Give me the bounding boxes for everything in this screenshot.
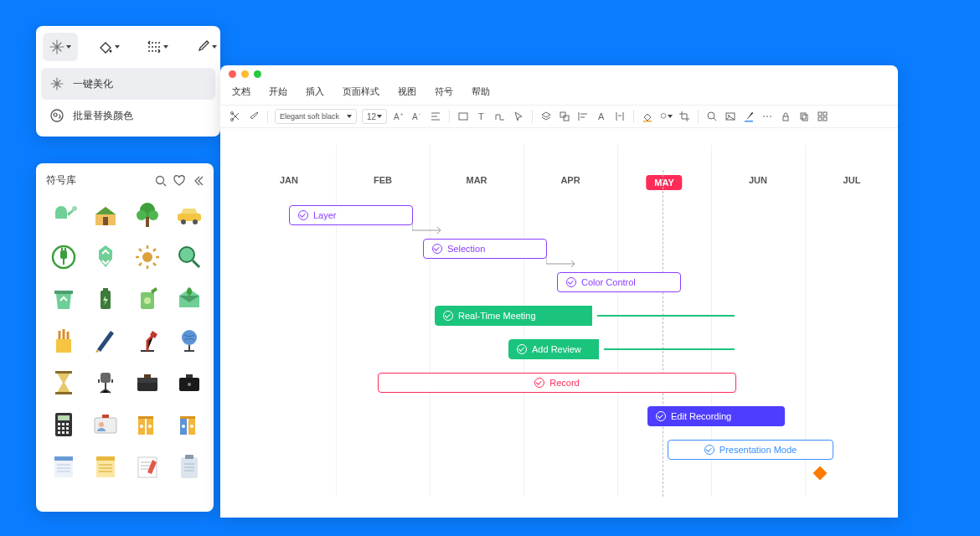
settings-icon[interactable] (816, 110, 829, 123)
sym-pencil-cup[interactable] (46, 323, 81, 358)
lock-icon[interactable] (779, 110, 792, 123)
spacing-tool[interactable] (140, 33, 175, 61)
svg-rect-80 (745, 121, 753, 122)
layer-icon[interactable] (539, 110, 553, 123)
sym-pen[interactable] (88, 323, 123, 358)
sym-office-chair[interactable] (88, 365, 123, 400)
font-decrease-icon[interactable]: A- (410, 110, 424, 123)
align-icon[interactable] (429, 110, 442, 123)
svg-point-0 (110, 50, 112, 53)
svg-text:A: A (412, 112, 418, 121)
sparkle-tool[interactable] (43, 33, 78, 61)
popover-tool-row (41, 31, 215, 68)
sym-envelope-leaf[interactable] (172, 281, 207, 317)
sym-notepad-blue[interactable] (46, 449, 81, 484)
task-presentation-mode[interactable]: Presentation Mode (668, 440, 833, 460)
sym-recycle-bin-green[interactable] (46, 281, 81, 317)
task-edit-recording[interactable]: Edit Recording (647, 406, 785, 426)
text-tool-icon[interactable]: T (475, 110, 488, 123)
sym-folder-stack-yellow[interactable] (130, 407, 165, 442)
menu-view[interactable]: 视图 (398, 85, 416, 98)
svg-point-23 (182, 330, 197, 345)
copy-icon[interactable] (797, 110, 811, 123)
dash-icon[interactable] (761, 110, 774, 123)
swap-colors-icon (49, 108, 64, 123)
sym-notepad-pen[interactable] (130, 449, 165, 484)
sym-magnifier[interactable] (172, 240, 207, 275)
svg-point-50 (140, 425, 143, 428)
menu-symbol[interactable]: 符号 (435, 85, 453, 98)
font-family-select[interactable]: Elegant soft black (275, 109, 357, 124)
font-size: 12 (367, 112, 376, 121)
sym-tree[interactable] (130, 198, 165, 233)
task-add-review[interactable]: Add Review (508, 339, 735, 359)
sym-calculator[interactable] (46, 407, 81, 442)
heart-icon[interactable] (173, 175, 185, 187)
task-layer[interactable]: Layer (289, 205, 413, 225)
sym-battery[interactable] (88, 281, 123, 317)
image-icon[interactable] (724, 110, 737, 123)
menu-file[interactable]: 文档 (232, 85, 250, 98)
sym-desk-lamp[interactable] (130, 323, 165, 358)
sym-hourglass[interactable] (46, 365, 81, 400)
menu-start[interactable]: 开始 (269, 85, 287, 98)
bucket-icon (98, 39, 113, 54)
caret-down-icon (66, 45, 71, 49)
task-label: Real-Time Meeting (458, 311, 536, 321)
task-selection[interactable]: Selection (423, 239, 547, 259)
sym-plug[interactable] (46, 240, 81, 275)
sym-sun-gear[interactable] (130, 240, 165, 275)
font-increase-icon[interactable]: A+ (392, 110, 405, 123)
group-icon[interactable] (558, 110, 571, 123)
shape-fill-icon[interactable] (659, 110, 673, 123)
cut-icon[interactable] (229, 110, 242, 123)
svg-rect-24 (55, 371, 72, 374)
sym-house[interactable] (88, 198, 123, 233)
menu-insert[interactable]: 插入 (306, 85, 324, 98)
svg-point-51 (148, 425, 152, 428)
sym-recycle-badge[interactable] (88, 240, 123, 275)
menu-page-style[interactable]: 页面样式 (343, 85, 379, 98)
svg-point-11 (181, 219, 186, 224)
close-window-icon[interactable] (229, 70, 236, 78)
sym-fuel-can[interactable] (130, 281, 165, 317)
menu-one-click-beautify[interactable]: 一键美化 (41, 68, 215, 100)
format-paint-icon[interactable] (247, 110, 260, 123)
task-record[interactable]: Record (378, 373, 736, 393)
rect-tool-icon[interactable] (456, 110, 470, 123)
search-icon[interactable] (155, 175, 167, 187)
minimize-window-icon[interactable] (241, 70, 249, 78)
task-color-control[interactable]: Color Control (557, 272, 681, 292)
connector-tool-icon[interactable] (493, 110, 507, 123)
sym-notepad-yellow[interactable] (88, 449, 123, 484)
brush-tool[interactable] (188, 33, 224, 61)
pointer-tool-icon[interactable] (512, 110, 525, 123)
sym-briefcase-brown[interactable] (130, 365, 165, 400)
sym-folder-stack-blue[interactable] (172, 407, 207, 442)
crop-icon[interactable] (678, 110, 691, 123)
sym-car[interactable] (172, 198, 207, 233)
text-vertical-icon[interactable]: A (595, 110, 608, 123)
menu-batch-replace-color[interactable]: 批量替换颜色 (41, 100, 215, 131)
app-window: 文档 开始 插入 页面样式 视图 符号 帮助 Elegant soft blac… (220, 65, 898, 518)
zoom-icon[interactable] (705, 110, 719, 123)
check-icon (517, 344, 527, 354)
sym-clipboard[interactable] (172, 449, 207, 484)
menu-help[interactable]: 帮助 (472, 85, 490, 98)
sym-id-card[interactable] (88, 407, 123, 442)
gantt-canvas[interactable]: JANFEBMARAPRMAYJUNJUL Layer Selection Co… (220, 128, 898, 513)
sym-watering-can[interactable] (46, 198, 81, 233)
sym-globe[interactable] (172, 323, 207, 358)
fill-color-tool[interactable] (91, 33, 126, 61)
spacing-icon (147, 39, 162, 54)
collapse-icon[interactable] (192, 175, 204, 187)
sym-briefcase-black[interactable] (172, 365, 207, 400)
font-size-select[interactable]: 12 (362, 109, 387, 124)
task-real-time-meeting[interactable]: Real-Time Meeting (435, 306, 735, 326)
maximize-window-icon[interactable] (254, 70, 261, 78)
line-color-icon[interactable] (742, 110, 756, 123)
fill-tool-icon[interactable] (641, 110, 654, 123)
distribute-icon[interactable] (613, 110, 627, 123)
align-left-icon[interactable] (576, 110, 590, 123)
milestone-marker[interactable] (813, 466, 828, 481)
